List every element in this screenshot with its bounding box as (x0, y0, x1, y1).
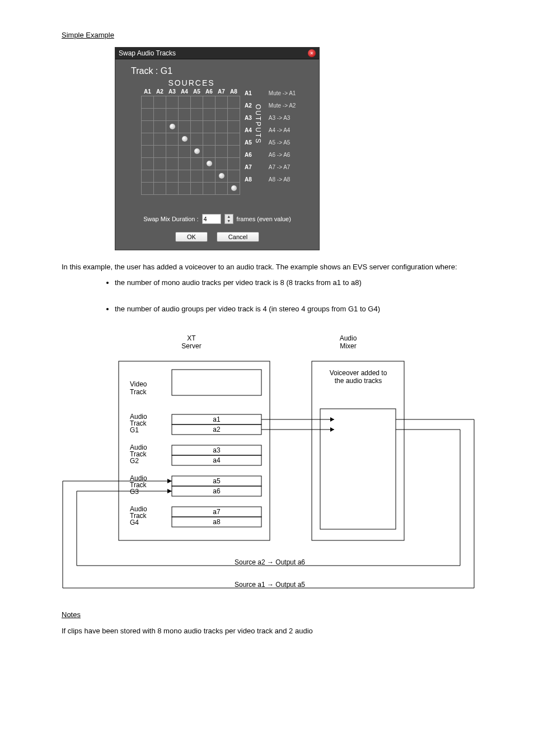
col-header: A7 (216, 87, 228, 96)
matrix-cell[interactable] (203, 170, 216, 183)
matrix-cell[interactable] (228, 146, 240, 158)
matrix-cell[interactable] (216, 158, 228, 170)
matrix-cell[interactable] (154, 146, 166, 158)
matrix-cell[interactable] (166, 109, 179, 121)
svg-text:AudioTrackG1: AudioTrackG1 (130, 413, 147, 434)
matrix-cell[interactable] (228, 109, 240, 121)
matrix-cell[interactable] (142, 170, 154, 183)
ok-button[interactable]: OK (175, 232, 208, 242)
spinner-up-icon[interactable]: ▲ (225, 214, 233, 219)
matrix-cell[interactable] (228, 133, 240, 146)
spinner-down-icon[interactable]: ▼ (225, 219, 233, 223)
matrix-dot-icon (231, 185, 237, 191)
matrix-cell[interactable] (142, 133, 154, 146)
swap-matrix[interactable]: A1 A2 A3 A4 A5 A6 A7 A8 (141, 87, 240, 195)
matrix-cell[interactable] (203, 183, 216, 195)
matrix-cell[interactable] (166, 183, 179, 195)
matrix-cell[interactable] (142, 121, 154, 133)
matrix-cell[interactable] (191, 109, 203, 121)
cancel-button[interactable]: Cancel (217, 232, 259, 242)
matrix-cell[interactable] (191, 133, 203, 146)
matrix-cell[interactable] (179, 109, 191, 121)
matrix-cell[interactable] (154, 183, 166, 195)
swap-duration-label: Swap Mix Duration : (143, 216, 198, 222)
matrix-cell[interactable] (154, 121, 166, 133)
matrix-cell[interactable] (216, 170, 228, 183)
matrix-cell[interactable] (166, 121, 179, 133)
matrix-cell[interactable] (179, 158, 191, 170)
matrix-cell[interactable] (154, 170, 166, 183)
matrix-cell[interactable] (142, 158, 154, 170)
matrix-dot-icon (170, 124, 175, 129)
matrix-cell[interactable] (216, 183, 228, 195)
swap-duration-input[interactable] (202, 214, 221, 224)
matrix-cell[interactable] (191, 170, 203, 183)
matrix-cell[interactable] (203, 109, 216, 121)
matrix-cell[interactable] (203, 146, 216, 158)
svg-text:a5: a5 (213, 477, 221, 485)
matrix-cell[interactable] (228, 183, 240, 195)
list-item: the number of mono audio tracks per vide… (115, 277, 478, 288)
svg-text:VideoTrack: VideoTrack (130, 380, 147, 396)
matrix-cell[interactable] (142, 96, 154, 109)
svg-rect-1 (312, 361, 404, 540)
routing-diagram: XTServer AudioMixer Voiceover added toth… (57, 330, 494, 605)
col-header: A8 (228, 87, 240, 96)
svg-text:a7: a7 (213, 508, 221, 516)
matrix-cell[interactable] (179, 121, 191, 133)
heading-simple-example: Simple Example (62, 31, 478, 39)
matrix-cell[interactable] (142, 146, 154, 158)
matrix-cell[interactable] (142, 183, 154, 195)
svg-marker-31 (167, 489, 172, 493)
matrix-cell[interactable] (191, 96, 203, 109)
matrix-cell[interactable] (216, 96, 228, 109)
matrix-cell[interactable] (166, 96, 179, 109)
matrix-cell[interactable] (179, 183, 191, 195)
matrix-cell[interactable] (166, 133, 179, 146)
matrix-cell[interactable] (228, 96, 240, 109)
matrix-cell[interactable] (179, 96, 191, 109)
list-item: the number of audio groups per video tra… (115, 304, 478, 315)
matrix-cell[interactable] (203, 133, 216, 146)
matrix-cell[interactable] (166, 170, 179, 183)
matrix-dot-icon (219, 173, 224, 179)
matrix-cell[interactable] (191, 158, 203, 170)
matrix-cell[interactable] (179, 146, 191, 158)
matrix-cell[interactable] (154, 158, 166, 170)
notes-paragraph: If clips have been stored with 8 mono au… (62, 627, 478, 635)
matrix-cell[interactable] (179, 133, 191, 146)
svg-text:AudioTrackG3: AudioTrackG3 (130, 474, 147, 496)
matrix-cell[interactable] (216, 121, 228, 133)
matrix-cell[interactable] (216, 146, 228, 158)
matrix-cell[interactable] (191, 121, 203, 133)
matrix-dot-icon (182, 136, 188, 142)
matrix-cell[interactable] (154, 133, 166, 146)
sources-heading: SOURCES (141, 78, 242, 87)
svg-text:Voiceover added tothe audio tr: Voiceover added tothe audio tracks (330, 369, 387, 385)
matrix-dot-icon (207, 161, 212, 166)
matrix-cell[interactable] (203, 158, 216, 170)
matrix-dot-icon (194, 148, 200, 154)
svg-text:Source a1 → Output a5: Source a1 → Output a5 (235, 581, 305, 589)
swap-duration-spinner[interactable]: ▲ ▼ (224, 214, 233, 224)
matrix-cell[interactable] (228, 170, 240, 183)
track-label: Track : G1 (131, 66, 310, 76)
matrix-cell[interactable] (228, 121, 240, 133)
col-header: A6 (203, 87, 216, 96)
matrix-cell[interactable] (191, 183, 203, 195)
audio-mixer-label: AudioMixer (340, 334, 357, 350)
matrix-cell[interactable] (191, 146, 203, 158)
matrix-cell[interactable] (203, 121, 216, 133)
matrix-cell[interactable] (142, 109, 154, 121)
matrix-cell[interactable] (203, 96, 216, 109)
matrix-cell[interactable] (154, 109, 166, 121)
matrix-cell[interactable] (216, 109, 228, 121)
matrix-cell[interactable] (179, 170, 191, 183)
matrix-cell[interactable] (154, 96, 166, 109)
svg-text:a1: a1 (213, 416, 221, 423)
matrix-cell[interactable] (228, 158, 240, 170)
matrix-cell[interactable] (216, 133, 228, 146)
matrix-cell[interactable] (166, 158, 179, 170)
matrix-cell[interactable] (166, 146, 179, 158)
close-icon[interactable]: × (308, 49, 316, 57)
